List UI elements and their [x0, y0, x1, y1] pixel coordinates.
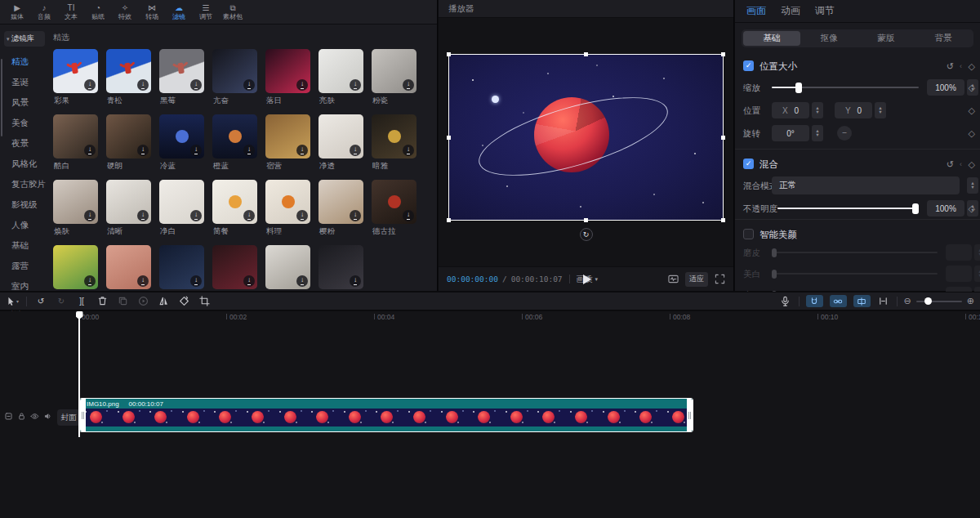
mirror-button[interactable] — [157, 295, 170, 308]
keyframe-prev-icon[interactable]: ‹ — [960, 57, 962, 75]
sidebar-item-风景[interactable]: 风景 — [0, 92, 47, 113]
filter-card-黑金[interactable]: ↓ 黑金 — [265, 245, 310, 291]
filter-card-净白[interactable]: ↓ 净白 — [159, 180, 204, 242]
position-checkbox[interactable]: ✓ — [743, 60, 754, 71]
filter-card-酷白[interactable]: ↓ 酷白 — [53, 114, 98, 176]
inspector-tab-画面[interactable]: 画面 — [746, 4, 766, 18]
blend-mode-dropdown[interactable]: 正常 — [772, 176, 960, 194]
selection-handle-sw[interactable] — [447, 218, 451, 222]
sidebar-item-基础[interactable]: 基础 — [0, 235, 47, 256]
toolbar-item-sticker[interactable]: ◔ 贴纸 — [87, 0, 109, 25]
download-icon[interactable]: ↓ — [243, 275, 255, 287]
collapse-track-icon[interactable] — [4, 412, 13, 421]
download-icon[interactable]: ↓ — [190, 79, 202, 91]
selection-handle-nw[interactable] — [447, 52, 451, 56]
video-canvas[interactable] — [448, 54, 724, 221]
sidebar-item-露营[interactable]: 露营 — [0, 256, 47, 276]
download-icon[interactable]: ↓ — [190, 210, 202, 221]
sidebar-item-影视级[interactable]: 影视级 — [0, 194, 47, 215]
scale-value-field[interactable]: 100% — [927, 79, 964, 96]
download-icon[interactable]: ↓ — [296, 210, 308, 221]
filter-card-粉瓷[interactable]: ↓ 粉瓷 — [372, 49, 416, 111]
filter-card-暮色[interactable]: ↓ 暮色 — [106, 245, 151, 291]
download-icon[interactable]: ↓ — [84, 79, 96, 91]
timeline-zoom-slider[interactable] — [916, 301, 962, 302]
keyframe-prev-icon[interactable]: ‹ — [960, 155, 962, 173]
download-icon[interactable]: ↓ — [84, 275, 96, 287]
download-icon[interactable]: ↓ — [296, 275, 308, 287]
inspector-subtab-蒙版[interactable]: 蒙版 — [858, 31, 915, 46]
download-icon[interactable]: ↓ — [190, 275, 202, 287]
keyframe-icon[interactable]: ◇ — [969, 78, 975, 96]
zoom-in-icon[interactable]: ⊕ — [967, 296, 974, 306]
mirror-preview-icon[interactable] — [668, 274, 679, 284]
filter-card-料理[interactable]: ↓ 料理 — [265, 180, 310, 242]
redo-button[interactable]: ↻ — [55, 295, 68, 308]
download-icon[interactable]: ↓ — [137, 145, 149, 156]
sidebar-item-风格化[interactable]: 风格化 — [0, 154, 47, 174]
sidebar-item-美食[interactable]: 美食 — [0, 113, 47, 133]
reset-icon[interactable]: ↺ — [947, 57, 954, 75]
blend-mode-stepper[interactable]: ▲▼ — [967, 177, 978, 194]
toolbar-item-transition[interactable]: ⋈ 转场 — [141, 0, 163, 25]
filter-card-简餐[interactable]: ↓ 简餐 — [212, 180, 257, 242]
timeline-ruler[interactable]: 00:0000:0200:0400:0600:0800:1000:12 — [0, 311, 980, 323]
download-icon[interactable]: ↓ — [350, 145, 361, 156]
filter-card-净透[interactable]: ↓ 净透 — [318, 114, 363, 176]
fullscreen-icon[interactable] — [715, 274, 725, 284]
filter-card-暗雅[interactable]: ↓ 暗雅 — [372, 114, 416, 176]
filter-card-硬朗[interactable]: ↓ 硬朗 — [106, 114, 151, 176]
rotate-button[interactable] — [177, 295, 190, 308]
cover-button[interactable]: 封面 — [57, 409, 80, 426]
inspector-subtab-抠像[interactable]: 抠像 — [800, 31, 858, 46]
beauty-value-field[interactable] — [946, 244, 972, 261]
selection-handle-se[interactable] — [721, 218, 725, 222]
filter-card-冷蓝[interactable]: ↓ 冷蓝 — [159, 114, 204, 176]
freeze-frame-button[interactable] — [136, 295, 149, 308]
clip-trim-handle-right[interactable] — [687, 399, 693, 431]
filter-card-彩果[interactable]: ↓ 彩果 — [53, 49, 98, 111]
timeline-area[interactable]: 00:0000:0200:0400:0600:0800:1000:12 封面 I… — [0, 311, 980, 518]
toolbar-item-effects[interactable]: ✧ 特效 — [114, 0, 136, 25]
opacity-slider[interactable] — [777, 199, 919, 217]
toolbar-item-adjust[interactable]: ☰ 调节 — [195, 0, 216, 25]
selection-handle-s[interactable] — [584, 218, 588, 222]
record-voice-button[interactable] — [779, 295, 792, 308]
split-button[interactable]: ][ — [75, 295, 88, 308]
hide-track-icon[interactable] — [30, 412, 39, 421]
filter-card-橙蓝[interactable]: ↓ 橙蓝 — [212, 114, 257, 176]
sidebar-item-夜景[interactable]: 夜景 — [0, 133, 47, 154]
filter-card-亢奋[interactable]: ↓ 亢奋 — [212, 49, 257, 111]
select-tool[interactable]: ▾ — [6, 295, 19, 308]
download-icon[interactable]: ↓ — [350, 210, 361, 221]
zoom-out-icon[interactable]: ⊖ — [904, 296, 911, 306]
sidebar-library-filters[interactable]: ▾ 滤镜库 — [4, 31, 45, 47]
linkage-toggle[interactable] — [830, 295, 847, 307]
copy-button[interactable] — [116, 295, 129, 308]
download-icon[interactable]: ↓ — [403, 210, 414, 221]
beauty-stepper[interactable]: ▲▼ — [974, 266, 980, 282]
download-icon[interactable]: ↓ — [243, 210, 255, 221]
download-icon[interactable]: ↓ — [137, 275, 149, 287]
toolbar-item-audio[interactable]: ♪ 音频 — [33, 0, 55, 25]
beauty-checkbox[interactable] — [743, 229, 754, 239]
inspector-tab-动画[interactable]: 动画 — [781, 4, 800, 18]
beauty-slider[interactable] — [772, 243, 938, 261]
filter-card-樱粉[interactable]: ↓ 樱粉 — [318, 180, 363, 242]
beauty-value-field[interactable] — [946, 266, 972, 282]
opacity-value-field[interactable]: 100% — [927, 200, 964, 217]
download-icon[interactable]: ↓ — [137, 210, 149, 221]
scale-slider[interactable] — [772, 78, 919, 96]
download-icon[interactable]: ↓ — [137, 79, 149, 91]
preview-axis-toggle[interactable] — [853, 295, 871, 307]
inspector-tab-调节[interactable]: 调节 — [815, 4, 835, 18]
download-icon[interactable]: ↓ — [296, 145, 308, 156]
download-icon[interactable]: ↓ — [403, 145, 414, 156]
sidebar-item-复古胶片[interactable]: 复古胶片 — [0, 174, 47, 194]
inspector-subtab-基础[interactable]: 基础 — [743, 31, 800, 46]
download-icon[interactable]: ↓ — [190, 145, 202, 156]
filter-card-暗夜[interactable]: ↓ 暗夜 — [159, 245, 204, 291]
auto-snap-toggle[interactable] — [806, 295, 823, 307]
lock-track-icon[interactable] — [17, 412, 26, 421]
sidebar-item-精选[interactable]: 精选 — [0, 51, 47, 72]
